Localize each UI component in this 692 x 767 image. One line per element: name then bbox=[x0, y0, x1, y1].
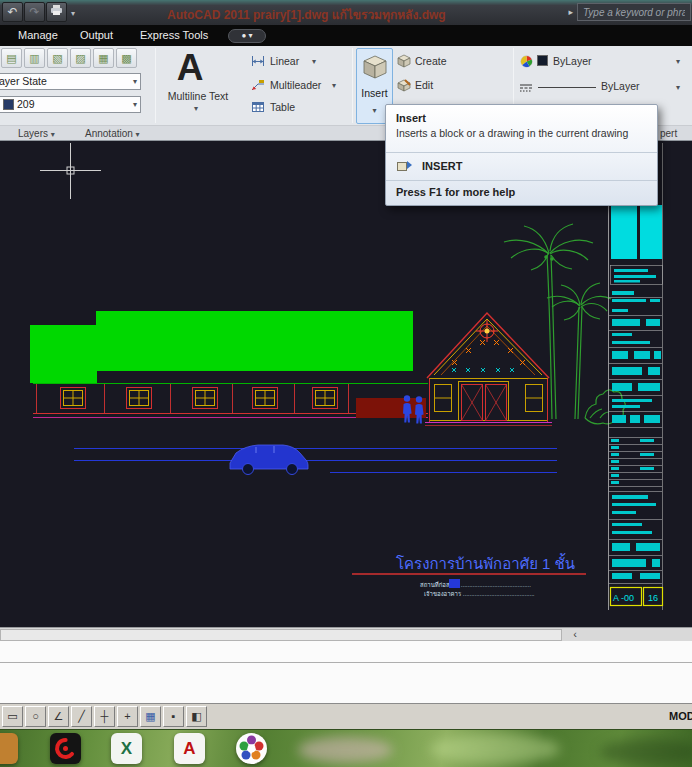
printer-icon bbox=[50, 5, 63, 19]
linetype-icon bbox=[519, 80, 533, 98]
dot-icon: ● bbox=[241, 31, 246, 40]
search-arrow-icon[interactable]: ▸ bbox=[568, 7, 573, 17]
annotation-panel-label-text: Annotation bbox=[85, 128, 133, 139]
window-title: AutoCAD 2011 prairy[1].dwg แก้ไขรวมทุกหล… bbox=[167, 5, 446, 24]
properties-panel-label[interactable]: pert bbox=[660, 128, 677, 139]
annotation-panel-label[interactable]: Annotation ▾ bbox=[85, 128, 140, 139]
draw-tool-button-2[interactable]: ○ bbox=[25, 706, 46, 727]
chevron-down-icon[interactable]: ▾ bbox=[676, 58, 680, 66]
paint-app-icon[interactable] bbox=[236, 733, 267, 764]
linear-dimension-icon bbox=[250, 53, 266, 73]
current-layer-value: 209 bbox=[17, 98, 35, 110]
layer-tool-icon: ▤ bbox=[6, 52, 16, 64]
red-swirl-app-icon[interactable] bbox=[50, 733, 81, 764]
layer-tool-icon: ▧ bbox=[52, 52, 62, 64]
autocad-window: ↶ ↷ ▾ AutoCAD 2011 prairy[1].dwg แก้ไขรว… bbox=[0, 0, 692, 767]
horizontal-scrollbar[interactable]: ‹ bbox=[0, 627, 692, 641]
insert-command-icon bbox=[396, 163, 413, 175]
chevron-down-icon[interactable]: ▾ bbox=[676, 84, 680, 92]
layer-state-value: ayer State bbox=[0, 75, 47, 87]
draw-tool-button-8[interactable]: ▪ bbox=[163, 706, 184, 727]
layer-dropdown[interactable]: 209 ▾ bbox=[0, 96, 141, 113]
tab-output[interactable]: Output bbox=[80, 29, 113, 41]
tooltip-command-name: INSERT bbox=[422, 160, 462, 172]
multileader-button[interactable]: Multileader bbox=[270, 79, 321, 91]
plus-tool-icon: + bbox=[124, 710, 130, 722]
scrollbar-thumb[interactable] bbox=[0, 629, 562, 641]
chevron-down-icon: ▾ bbox=[249, 31, 253, 40]
layer-tool-button-2[interactable]: ▥ bbox=[24, 48, 45, 68]
excel-app-icon[interactable]: X bbox=[111, 733, 142, 764]
panel-separator bbox=[155, 48, 156, 123]
sheet-number-text: A -00 bbox=[613, 593, 634, 603]
multiline-text-button[interactable]: Multiline Text bbox=[152, 90, 244, 102]
help-search-input[interactable] bbox=[577, 3, 691, 21]
multileader-icon bbox=[250, 77, 266, 97]
project-title-annotation: โครงการบ้านพักอาศัย 1 ชั้น สถานที่ก่อสร้… bbox=[352, 553, 586, 597]
object-color-dropdown[interactable]: ByLayer bbox=[553, 55, 592, 67]
edit-button[interactable]: Edit bbox=[415, 79, 433, 91]
tab-overflow-button[interactable]: ● ▾ bbox=[228, 29, 266, 43]
tooltip-title: Insert bbox=[386, 105, 657, 125]
draw-tool-button-4[interactable]: ╱ bbox=[71, 706, 92, 727]
multiline-text-icon[interactable]: A bbox=[168, 46, 212, 88]
autocad-app-icon[interactable]: A bbox=[174, 733, 205, 764]
cad-canvas[interactable]: โครงการบ้านพักอาศัย 1 ชั้น สถานที่ก่อสร้… bbox=[0, 141, 692, 627]
crosshair-tool-icon: ┼ bbox=[101, 710, 109, 722]
layer-tool-button-3[interactable]: ▧ bbox=[47, 48, 68, 68]
table-button[interactable]: Table bbox=[270, 101, 295, 113]
chevron-down-icon[interactable]: ▾ bbox=[312, 58, 316, 66]
create-button[interactable]: Create bbox=[415, 55, 447, 67]
chevron-down-icon: ▾ bbox=[133, 78, 137, 86]
object-color-swatch bbox=[537, 55, 548, 66]
tab-manage[interactable]: Manage bbox=[18, 29, 58, 41]
draw-tool-button-1[interactable]: ▭ bbox=[2, 706, 23, 727]
ground-lines bbox=[74, 449, 557, 473]
excel-letter: X bbox=[111, 733, 142, 764]
model-space-viewport[interactable]: โครงการบ้านพักอาศัย 1 ชั้น สถานที่ก่อสร้… bbox=[0, 141, 692, 627]
linetype-preview bbox=[538, 87, 596, 88]
main-house bbox=[33, 384, 428, 419]
title-bar: ↶ ↷ ▾ AutoCAD 2011 prairy[1].dwg แก้ไขรว… bbox=[0, 0, 692, 25]
undo-button[interactable]: ↶ bbox=[2, 2, 23, 22]
create-block-icon bbox=[397, 54, 411, 72]
layer-tool-button-1[interactable]: ▤ bbox=[1, 48, 22, 68]
table-icon bbox=[250, 99, 266, 119]
chevron-down-icon[interactable]: ▾ bbox=[194, 105, 198, 113]
gable-house bbox=[425, 313, 552, 426]
layer-color-swatch bbox=[3, 99, 14, 110]
rectangle-tool-icon: ▭ bbox=[7, 710, 17, 722]
draw-tool-button-5[interactable]: ┼ bbox=[94, 706, 115, 727]
redo-icon: ↷ bbox=[29, 5, 39, 19]
half-square-tool-icon: ◧ bbox=[191, 710, 201, 722]
draw-tool-button-9[interactable]: ◧ bbox=[186, 706, 207, 727]
model-mode-button[interactable]: MOD bbox=[669, 710, 692, 722]
partial-app-icon[interactable] bbox=[0, 733, 18, 764]
layer-tool-button-4[interactable]: ▨ bbox=[70, 48, 91, 68]
quick-access-dropdown-icon[interactable]: ▾ bbox=[71, 9, 75, 18]
insert-block-icon bbox=[361, 67, 389, 84]
drawing-toolbar: ▭ ○ ∠ ╱ ┼ + ▦ ▪ ◧ MOD bbox=[0, 703, 692, 729]
tab-express-tools[interactable]: Express Tools bbox=[140, 29, 208, 41]
scroll-left-button[interactable]: ‹ bbox=[567, 628, 583, 641]
line-tool-icon: ╱ bbox=[78, 710, 85, 722]
panel-separator bbox=[352, 48, 353, 123]
windows-taskbar: X A bbox=[0, 729, 692, 767]
chevron-down-icon[interactable]: ▾ bbox=[332, 82, 336, 90]
layers-panel-label[interactable]: Layers ▾ bbox=[18, 128, 55, 139]
chevron-left-icon: ‹ bbox=[573, 628, 577, 640]
palm-trees bbox=[504, 224, 625, 424]
draw-tool-button-3[interactable]: ∠ bbox=[48, 706, 69, 727]
insert-button-label: Insert bbox=[357, 87, 392, 99]
draw-tool-button-6[interactable]: + bbox=[117, 706, 138, 727]
redo-button[interactable]: ↷ bbox=[24, 2, 45, 22]
linear-button[interactable]: Linear bbox=[270, 55, 299, 67]
layer-tool-icon: ▦ bbox=[98, 52, 108, 64]
grass-shadow bbox=[600, 739, 692, 765]
draw-tool-button-7[interactable]: ▦ bbox=[140, 706, 161, 727]
layer-tool-button-5[interactable]: ▦ bbox=[93, 48, 114, 68]
layer-tool-button-6[interactable]: ▩ bbox=[116, 48, 137, 68]
layer-state-dropdown[interactable]: ayer State ▾ bbox=[0, 73, 141, 90]
print-button[interactable] bbox=[46, 2, 67, 22]
linetype-dropdown[interactable]: ByLayer bbox=[601, 80, 640, 92]
